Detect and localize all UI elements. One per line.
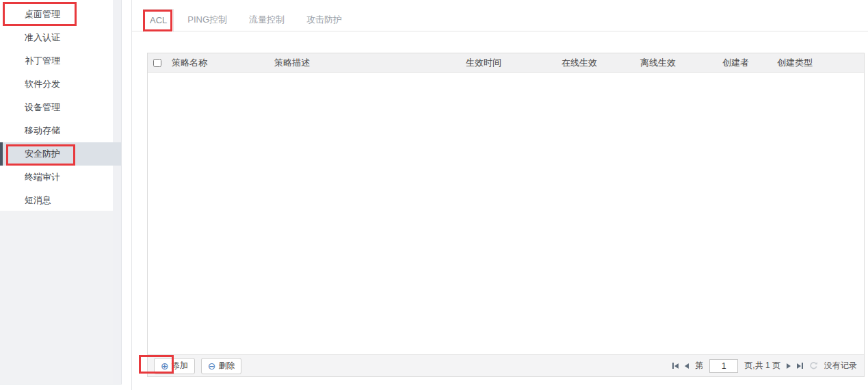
delete-button-label: 删除 (218, 360, 235, 372)
datagrid-body-empty (148, 73, 864, 354)
next-page-icon[interactable] (787, 362, 791, 370)
sidebar-item-removable-storage[interactable]: 移动存储 (0, 119, 121, 142)
sidebar-item-device-management[interactable]: 设备管理 (0, 96, 121, 119)
sidebar-item-software-distribution[interactable]: 软件分发 (0, 73, 121, 96)
column-header-policy-name[interactable]: 策略名称 (166, 57, 268, 69)
first-page-icon[interactable] (672, 362, 679, 370)
column-header-policy-description[interactable]: 策略描述 (268, 57, 460, 69)
sidebar-item-short-message[interactable]: 短消息 (0, 189, 121, 212)
select-all-checkbox[interactable] (153, 59, 161, 67)
tab-acl[interactable]: ACL (143, 9, 174, 32)
sidebar-item-admission-auth[interactable]: 准入认证 (0, 26, 121, 49)
column-header-creator[interactable]: 创建者 (716, 57, 771, 69)
tab-bar: ACL PING控制 流量控制 攻击防护 (132, 0, 868, 31)
tab-ping-control[interactable]: PING控制 (179, 9, 235, 31)
refresh-icon[interactable] (809, 361, 818, 370)
plus-circle-icon: ⊕ (161, 361, 169, 371)
select-all-cell (148, 59, 166, 67)
tab-traffic-control[interactable]: 流量控制 (241, 9, 293, 31)
column-header-effective-time[interactable]: 生效时间 (460, 57, 555, 69)
minus-circle-icon: ⊖ (208, 361, 216, 371)
sidebar-item-security-protection[interactable]: 安全防护 (0, 142, 121, 166)
sidebar-menu: 桌面管理 准入认证 补丁管理 软件分发 设备管理 移动存储 安全防护 终端审计 … (0, 0, 121, 211)
page-number-input[interactable] (709, 359, 738, 373)
sidebar: 桌面管理 准入认证 补丁管理 软件分发 设备管理 移动存储 安全防护 终端审计 … (0, 0, 122, 385)
column-header-offline-effective[interactable]: 离线生效 (634, 57, 716, 69)
datagrid-header-row: 策略名称 策略描述 生效时间 在线生效 离线生效 创建者 创建类型 (148, 53, 864, 73)
add-button[interactable]: ⊕ 添加 (154, 358, 195, 374)
add-button-label: 添加 (172, 360, 188, 372)
sidebar-scrollbar[interactable] (113, 0, 121, 384)
sidebar-item-terminal-audit[interactable]: 终端审计 (0, 166, 121, 189)
datagrid-toolbar: ⊕ 添加 ⊖ 删除 第 页,共 1 页 (148, 354, 864, 376)
page-count-label: 页,共 1 页 (744, 360, 780, 372)
policy-datagrid: 策略名称 策略描述 生效时间 在线生效 离线生效 创建者 创建类型 ⊕ 添加 ⊖… (147, 53, 865, 377)
prev-page-icon[interactable] (685, 362, 689, 370)
sidebar-item-patch-management[interactable]: 补丁管理 (0, 49, 121, 73)
page-prefix-label: 第 (695, 360, 703, 372)
last-page-icon[interactable] (797, 362, 803, 370)
delete-button[interactable]: ⊖ 删除 (201, 358, 242, 374)
column-header-creation-type[interactable]: 创建类型 (771, 57, 864, 69)
main-content: ACL PING控制 流量控制 攻击防护 策略名称 策略描述 生效时间 在线生效… (131, 0, 868, 390)
column-header-online-effective[interactable]: 在线生效 (555, 57, 634, 69)
no-records-label: 没有记录 (824, 360, 857, 372)
pagination: 第 页,共 1 页 没有记录 (672, 359, 857, 373)
tab-attack-protection[interactable]: 攻击防护 (298, 9, 350, 31)
sidebar-item-desktop-management[interactable]: 桌面管理 (0, 3, 121, 26)
security-protection-page: 桌面管理 准入认证 补丁管理 软件分发 设备管理 移动存储 安全防护 终端审计 … (0, 0, 868, 390)
